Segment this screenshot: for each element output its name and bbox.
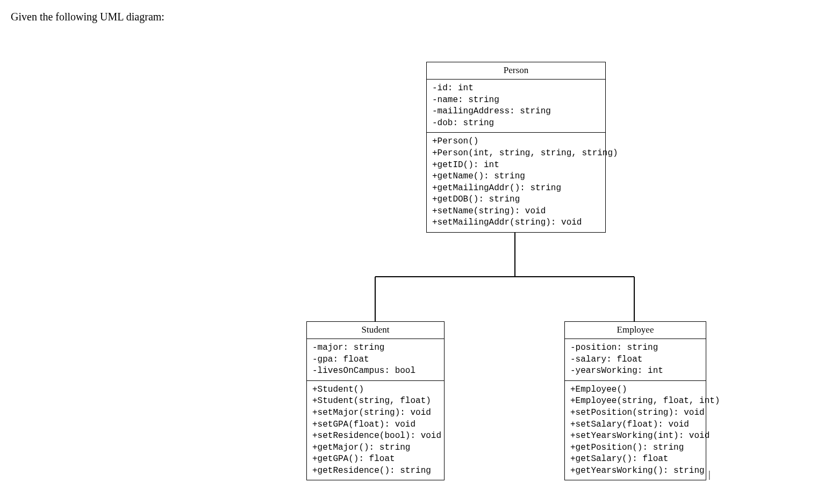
prompt-text: Given the following UML diagram: xyxy=(11,11,806,23)
person-methods: +Person() +Person(int, string, string, s… xyxy=(427,133,605,232)
uml-class-person: Person -id: int -name: string -mailingAd… xyxy=(426,62,606,233)
student-methods: +Student() +Student(string, float) +setM… xyxy=(307,381,444,480)
uml-class-student: Student -major: string -gpa: float -live… xyxy=(306,321,445,480)
class-name-employee: Employee xyxy=(565,322,706,339)
student-attributes: -major: string -gpa: float -livesOnCampu… xyxy=(307,339,444,381)
uml-diagram: Person -id: int -name: string -mailingAd… xyxy=(11,39,806,496)
class-name-person: Person xyxy=(427,62,605,80)
employee-methods: +Employee() +Employee(string, float, int… xyxy=(565,381,706,480)
employee-attributes: -position: string -salary: float -yearsW… xyxy=(565,339,706,381)
person-attributes: -id: int -name: string -mailingAddress: … xyxy=(427,80,605,133)
class-name-student: Student xyxy=(307,322,444,339)
uml-class-employee: Employee -position: string -salary: floa… xyxy=(564,321,706,480)
text-cursor: | xyxy=(708,469,711,480)
